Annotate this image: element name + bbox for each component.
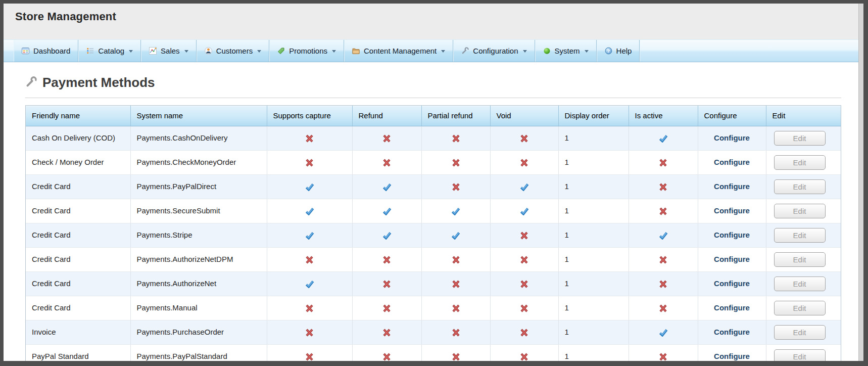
- edit-button[interactable]: Edit: [774, 155, 826, 170]
- refund-cell: [352, 344, 421, 361]
- void-cell: [490, 150, 558, 174]
- nav-item-sales[interactable]: Sales: [141, 40, 197, 62]
- is-active-cell: [629, 150, 698, 174]
- system-name-cell: Payments.AuthorizeNetDPM: [130, 247, 267, 271]
- check-icon: [382, 207, 392, 215]
- supports-capture-cell: [267, 174, 352, 199]
- refund-cell: [352, 223, 421, 247]
- check-icon: [305, 183, 314, 191]
- configure-cell: Configure: [698, 344, 766, 361]
- table-row: PayPal StandardPayments.PayPalStandard1C…: [26, 344, 841, 361]
- void-cell: [490, 247, 558, 271]
- check-icon: [382, 232, 392, 240]
- void-cell: [490, 271, 558, 296]
- table-row: Check / Money OrderPayments.CheckMoneyOr…: [26, 150, 841, 174]
- refund-cell: [352, 174, 421, 199]
- menu-bar-spacer: [640, 40, 858, 62]
- edit-button[interactable]: Edit: [774, 277, 826, 291]
- display-order-cell: 1: [558, 150, 629, 174]
- content-area: Payment Methods Friendly name System nam…: [4, 62, 858, 361]
- configure-link[interactable]: Configure: [714, 133, 750, 142]
- edit-button[interactable]: Edit: [774, 252, 826, 267]
- is-active-cell: [629, 320, 698, 344]
- nav-item-help[interactable]: ?Help: [597, 40, 640, 62]
- title-band: Store Management: [4, 4, 858, 39]
- void-cell: [490, 320, 558, 344]
- friendly-name-cell: Credit Card: [26, 223, 130, 247]
- nav-item-system[interactable]: System: [535, 40, 597, 62]
- refund-cell: [352, 247, 421, 271]
- table-row: Credit CardPayments.Manual1ConfigureEdit: [26, 296, 841, 320]
- edit-button[interactable]: Edit: [774, 349, 826, 361]
- cross-icon: [520, 353, 528, 361]
- nav-item-configuration[interactable]: Configuration: [453, 40, 535, 62]
- column-header-supports-capture: Supports capture: [267, 106, 352, 126]
- edit-button[interactable]: Edit: [774, 325, 826, 340]
- help-icon: ?: [605, 47, 612, 55]
- nav-item-dashboard[interactable]: Dashboard: [14, 40, 78, 62]
- display-order-cell: 1: [558, 320, 629, 344]
- chevron-down-icon: [257, 50, 261, 55]
- system-name-cell: Payments.PurchaseOrder: [130, 320, 267, 344]
- system-name-cell: Payments.Manual: [130, 296, 267, 320]
- display-order-cell: 1: [558, 174, 629, 199]
- nav-item-label: Dashboard: [33, 47, 70, 55]
- nav-item-label: Content Management: [364, 47, 437, 55]
- chevron-down-icon: [129, 50, 133, 55]
- column-header-configure: Configure: [698, 106, 766, 126]
- payment-methods-table: Friendly name System name Supports captu…: [26, 106, 841, 361]
- dashboard-icon: [22, 47, 29, 55]
- chevron-down-icon: [332, 50, 336, 55]
- configure-cell: Configure: [698, 320, 766, 344]
- cross-icon: [382, 159, 391, 167]
- configure-link[interactable]: Configure: [714, 303, 750, 312]
- window-content: Store Management DashboardCatalogSalesCu…: [4, 4, 858, 361]
- nav-item-content-management[interactable]: Content Management: [344, 40, 453, 62]
- configure-link[interactable]: Configure: [714, 279, 750, 288]
- check-icon: [659, 134, 668, 143]
- void-cell: [490, 296, 558, 320]
- configure-link[interactable]: Configure: [714, 206, 750, 215]
- edit-button[interactable]: Edit: [774, 228, 826, 243]
- nav-item-label: Customers: [216, 47, 253, 55]
- nav-item-catalog[interactable]: Catalog: [78, 40, 141, 62]
- supports-capture-cell: [267, 223, 352, 247]
- cross-icon: [305, 329, 314, 337]
- supports-capture-cell: [267, 199, 352, 223]
- configure-link[interactable]: Configure: [714, 255, 750, 263]
- catalog-icon: [86, 47, 94, 55]
- cross-icon: [382, 353, 391, 361]
- configure-link[interactable]: Configure: [714, 158, 750, 166]
- configure-link[interactable]: Configure: [714, 352, 750, 360]
- configure-link[interactable]: Configure: [714, 328, 750, 336]
- display-order-cell: 1: [558, 344, 629, 361]
- partial-refund-cell: [421, 296, 490, 320]
- edit-button[interactable]: Edit: [774, 131, 826, 146]
- display-order-cell: 1: [558, 199, 629, 223]
- edit-cell: Edit: [766, 247, 841, 271]
- cross-icon: [659, 353, 667, 361]
- table-row: Credit CardPayments.PayPalDirect1Configu…: [26, 174, 841, 199]
- edit-button[interactable]: Edit: [774, 179, 826, 194]
- scrollbar[interactable]: [858, 4, 863, 361]
- menu-bar: DashboardCatalogSalesCustomersPromotions…: [4, 39, 858, 62]
- system-name-cell: Payments.AuthorizeNet: [130, 271, 267, 296]
- edit-button[interactable]: Edit: [774, 301, 826, 315]
- cross-icon: [452, 256, 460, 264]
- sales-icon: [149, 47, 157, 55]
- nav-item-promotions[interactable]: Promotions: [269, 40, 344, 62]
- friendly-name-cell: Credit Card: [26, 296, 130, 320]
- check-icon: [659, 329, 668, 337]
- table-row: Credit CardPayments.AuthorizeNetDPM1Conf…: [26, 247, 841, 271]
- configure-link[interactable]: Configure: [714, 231, 750, 239]
- column-header-display-order: Display order: [558, 106, 629, 126]
- check-icon: [659, 232, 668, 240]
- edit-button[interactable]: Edit: [774, 204, 826, 218]
- is-active-cell: [629, 174, 698, 199]
- cross-icon: [452, 304, 460, 312]
- configure-link[interactable]: Configure: [714, 182, 750, 191]
- nav-item-customers[interactable]: Customers: [197, 40, 270, 62]
- partial-refund-cell: [421, 247, 490, 271]
- configure-cell: Configure: [698, 126, 766, 150]
- column-header-is-active: Is active: [629, 106, 698, 126]
